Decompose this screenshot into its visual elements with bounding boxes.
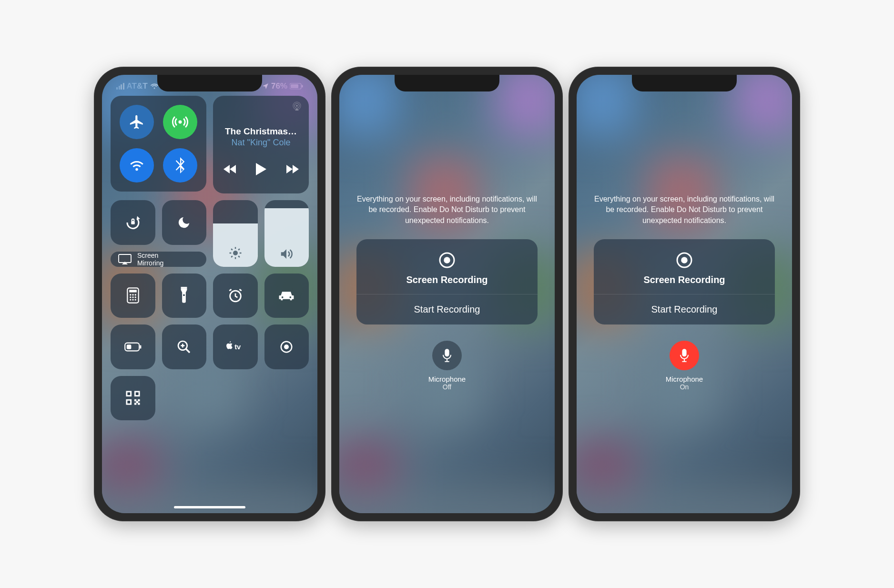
next-track-button[interactable] [285,164,300,174]
magnifier-button[interactable] [162,324,207,369]
now-playing-title: The Christmas… [225,126,297,137]
recording-description: Everything on your screen, including not… [356,194,538,226]
svg-point-22 [134,294,136,295]
car-button[interactable] [264,274,309,318]
phone-recording-mic-on: Everything on your screen, including not… [569,68,799,520]
svg-point-4 [296,105,298,107]
svg-rect-33 [127,345,132,349]
connectivity-module[interactable] [111,96,206,192]
recording-card: Screen Recording Start Recording [594,239,775,324]
svg-point-25 [134,297,136,298]
svg-rect-7 [131,221,135,224]
svg-point-27 [132,299,133,301]
recording-title: Screen Recording [643,274,725,285]
record-icon [676,252,693,269]
do-not-disturb-button[interactable] [162,200,207,245]
svg-point-24 [132,297,133,298]
cellular-toggle[interactable] [163,105,197,139]
phone-control-center: AT&T 76% [95,68,325,520]
recording-title: Screen Recording [406,274,488,285]
recording-description: Everything on your screen, including not… [594,194,775,226]
svg-point-3 [179,120,182,123]
svg-rect-58 [682,349,686,356]
svg-point-28 [134,299,136,301]
apple-tv-button[interactable]: tv [213,324,258,369]
microphone-state: Off [443,383,451,391]
brightness-icon [228,246,243,260]
svg-rect-55 [445,349,449,356]
svg-point-21 [132,294,133,295]
svg-text:tv: tv [234,343,241,351]
screen-mirroring-label: Screen Mirroring [137,252,163,267]
svg-line-15 [231,256,233,257]
start-recording-button[interactable]: Start Recording [356,294,538,324]
svg-line-14 [238,256,240,257]
svg-line-13 [231,249,233,250]
notch [395,75,499,91]
svg-line-16 [238,249,240,250]
svg-rect-34 [140,345,141,348]
start-recording-button[interactable]: Start Recording [594,294,775,324]
svg-rect-43 [127,393,130,395]
svg-rect-30 [181,287,187,288]
phone-recording-mic-off: Everything on your screen, including not… [332,68,562,520]
svg-rect-52 [136,401,138,403]
home-indicator[interactable] [174,506,245,508]
wifi-toggle[interactable] [120,148,154,182]
svg-point-54 [444,257,450,264]
airplane-toggle[interactable] [120,105,154,139]
svg-rect-45 [136,393,139,395]
volume-icon [279,248,294,260]
svg-line-36 [186,349,190,353]
qr-code-button[interactable] [111,376,155,421]
flashlight-button[interactable] [162,274,207,318]
microphone-label: Microphone [428,375,466,383]
airplay-audio-icon [292,101,302,111]
svg-point-20 [130,294,131,295]
svg-point-57 [681,257,688,264]
screen-mirroring-button[interactable]: Screen Mirroring [111,252,206,267]
svg-rect-19 [129,290,137,293]
svg-point-8 [233,251,238,255]
now-playing-artist: Nat "King" Cole [232,138,291,148]
svg-rect-47 [127,401,130,404]
brightness-slider[interactable] [213,200,258,267]
bluetooth-toggle[interactable] [163,148,197,182]
notch [632,75,737,91]
svg-point-41 [284,345,289,349]
svg-point-26 [130,299,131,301]
microphone-toggle[interactable] [670,341,699,370]
screen-mirroring-icon [118,254,132,264]
volume-slider[interactable] [264,200,309,267]
low-power-button[interactable] [111,324,155,369]
record-icon [438,252,456,269]
recording-card: Screen Recording Start Recording [356,239,538,324]
svg-rect-17 [119,254,131,263]
orientation-lock-button[interactable] [111,200,155,245]
screen-record-button[interactable] [264,324,309,369]
music-module[interactable]: The Christmas… Nat "King" Cole [213,96,309,193]
microphone-state: On [680,383,689,391]
svg-rect-29 [183,294,185,296]
alarm-button[interactable] [213,274,258,318]
svg-point-23 [130,297,131,298]
microphone-label: Microphone [666,375,703,383]
calculator-button[interactable] [111,274,155,318]
previous-track-button[interactable] [223,164,237,174]
play-button[interactable] [255,162,267,176]
notch [157,75,262,91]
microphone-toggle[interactable] [432,341,462,370]
